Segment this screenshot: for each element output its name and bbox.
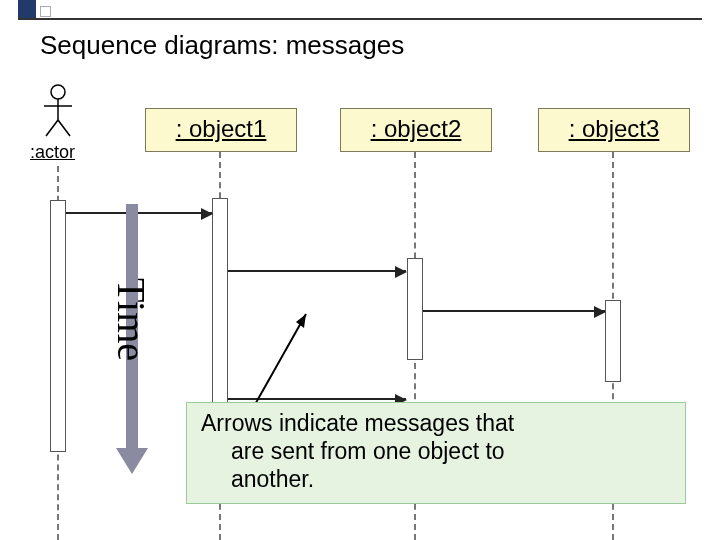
message-object1-to-object2 [228,270,406,272]
annotation-caption: Arrows indicate messages that are sent f… [186,402,686,504]
svg-line-5 [253,314,306,408]
arrowhead-icon [395,266,407,278]
svg-marker-6 [296,314,306,328]
activation-object1 [212,198,228,420]
time-arrow-head-icon [116,448,148,474]
message-actor-to-object1 [66,212,212,214]
arrowhead-icon [201,208,213,220]
slide-top-rule [18,4,702,20]
caption-line1: Arrows indicate messages that [201,409,671,437]
activation-actor [50,200,66,452]
svg-line-4 [58,120,70,136]
page-title: Sequence diagrams: messages [40,30,404,61]
caption-line3: another. [201,465,671,493]
actor-icon [38,84,78,140]
arrowhead-icon [594,306,606,318]
caption-line2: are sent from one object to [201,437,671,465]
slide-canvas: Sequence diagrams: messages :actor : obj… [0,0,720,540]
hollow-square-icon [40,6,51,17]
navy-square-icon [18,0,36,18]
svg-line-3 [46,120,58,136]
activation-object3 [605,300,621,382]
message-object2-to-object3 [423,310,605,312]
object-header-1: : object1 [145,108,297,152]
svg-point-0 [51,85,65,99]
actor-label: :actor [30,142,75,163]
object-header-2: : object2 [340,108,492,152]
object-header-3: : object3 [538,108,690,152]
activation-object2 [407,258,423,360]
time-axis-label: Time [108,278,155,361]
